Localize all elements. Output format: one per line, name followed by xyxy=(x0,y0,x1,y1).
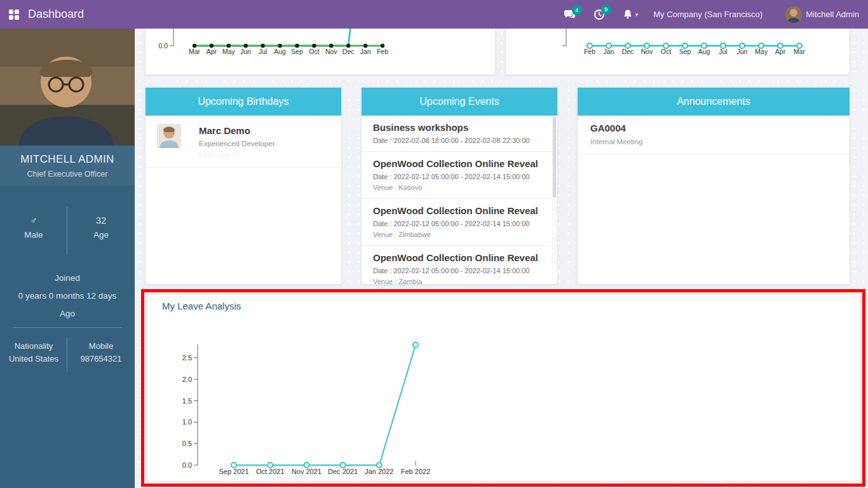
nationality-value: United States xyxy=(0,353,67,365)
svg-text:Sep: Sep xyxy=(291,48,303,55)
svg-text:Feb 2022: Feb 2022 xyxy=(401,468,430,475)
card-title: Upcoming Events xyxy=(362,88,557,116)
gender-age-row: ♂ Male 32 Age xyxy=(0,213,135,242)
chevron-down-icon: ▾ xyxy=(635,11,639,18)
event-list-item: OpenWood Collection Online Reveal Date :… xyxy=(362,152,557,199)
svg-text:Dec: Dec xyxy=(342,48,355,55)
svg-text:Aug: Aug xyxy=(274,48,286,55)
user-avatar xyxy=(785,6,802,23)
scrollbar-track xyxy=(552,116,557,284)
birthday-role: Experienced Developer xyxy=(199,140,275,147)
announcement-code: GA0004 xyxy=(590,123,837,133)
svg-text:May: May xyxy=(222,48,236,55)
top-navbar: Dashboard 4 9 ▾ My Company (San Francisc… xyxy=(0,0,868,29)
svg-text:0.0: 0.0 xyxy=(158,42,168,50)
svg-text:Jun: Jun xyxy=(240,48,251,55)
mobile-value: 987654321 xyxy=(67,353,135,365)
company-switcher[interactable]: My Company (San Francisco) xyxy=(653,10,763,19)
svg-text:Nov 2021: Nov 2021 xyxy=(292,468,322,475)
mobile-label: Mobile xyxy=(67,340,135,353)
svg-text:1.0: 1.0 xyxy=(182,418,192,426)
svg-text:Jul: Jul xyxy=(259,48,267,55)
leave-analysis-title: My Leave Analysis xyxy=(162,301,241,311)
svg-text:Apr: Apr xyxy=(207,48,217,55)
svg-text:2.5: 2.5 xyxy=(182,354,192,362)
joined-block: Joined 0 years 0 months 12 days Ago xyxy=(0,265,135,318)
bell-icon xyxy=(623,9,633,20)
event-date: Date : 2022-02-12 05:00:00 - 2022-02-14 … xyxy=(373,267,545,274)
employee-name: MITCHELL ADMIN xyxy=(0,153,135,166)
announcements-card: Announcements GA0004 Internal Meeting xyxy=(577,87,850,285)
event-list-item: Business workshops Date : 2022-02-08 18:… xyxy=(362,116,557,152)
birthdays-list: Marc Demo Experienced Developer February… xyxy=(146,116,341,284)
divider xyxy=(67,207,67,255)
highlight-rectangle: My Leave Analysis 0.00.51.01.52.02.5Sep … xyxy=(141,289,865,487)
grid-square xyxy=(9,15,13,20)
event-list-item: OpenWood Collection Online Reveal Date :… xyxy=(362,246,557,284)
messages-badge: 4 xyxy=(572,5,582,15)
event-venue: Venue : Kosovo xyxy=(373,184,545,191)
joined-suffix: Ago xyxy=(0,309,135,318)
messages-button[interactable]: 4 xyxy=(564,10,576,20)
svg-text:Jan 2022: Jan 2022 xyxy=(365,468,393,475)
gender-icon: ♂ xyxy=(0,213,67,228)
nationality-mobile-row: Nationality United States Mobile 9876543… xyxy=(0,340,135,365)
employee-profile-panel: MITCHELL ADMIN Chief Executive Officer ♂… xyxy=(0,29,135,488)
birthday-name: Marc Demo xyxy=(199,125,275,136)
upcoming-birthdays-card: Upcoming Birthdays Marc Demo Experienced… xyxy=(145,87,342,285)
svg-text:1.5: 1.5 xyxy=(182,397,192,405)
app-title[interactable]: Dashboard xyxy=(28,8,84,21)
svg-text:Nov: Nov xyxy=(325,48,337,55)
svg-text:Dec 2021: Dec 2021 xyxy=(328,468,358,475)
grid-square xyxy=(15,15,19,20)
activities-button[interactable]: 9 xyxy=(593,9,605,20)
grid-square xyxy=(9,10,13,14)
divider xyxy=(67,337,67,372)
employee-role: Chief Executive Officer xyxy=(0,170,135,179)
event-name: OpenWood Collection Online Reveal xyxy=(373,158,545,169)
employee-name-band: MITCHELL ADMIN Chief Executive Officer xyxy=(0,146,135,186)
joined-label: Joined xyxy=(0,273,135,283)
birthday-date: February 20 xyxy=(199,151,275,159)
event-name: OpenWood Collection Online Reveal xyxy=(373,205,545,216)
svg-text:Feb: Feb xyxy=(377,48,388,55)
scrollbar-thumb[interactable] xyxy=(553,116,556,198)
my-leave-analysis-card: My Leave Analysis 0.00.51.01.52.02.5Sep … xyxy=(146,294,860,482)
svg-text:0.5: 0.5 xyxy=(182,440,192,447)
svg-text:Sep 2021: Sep 2021 xyxy=(219,468,248,475)
svg-text:Oct: Oct xyxy=(309,48,319,55)
upcoming-events-card: Upcoming Events Business workshops Date … xyxy=(361,87,558,285)
divider xyxy=(13,327,122,328)
event-date: Date : 2022-02-12 05:00:00 - 2022-02-14 … xyxy=(373,220,545,227)
event-date: Date : 2022-02-12 05:00:00 - 2022-02-14 … xyxy=(373,173,545,180)
nationality-label: Nationality xyxy=(0,340,67,353)
apps-grid-icon[interactable] xyxy=(9,10,19,20)
grid-square xyxy=(15,10,19,14)
birthday-list-item: Marc Demo Experienced Developer February… xyxy=(146,116,341,168)
event-name: Business workshops xyxy=(373,122,545,133)
svg-text:Mar: Mar xyxy=(189,48,201,55)
announcement-list-item: GA0004 Internal Meeting xyxy=(578,116,850,154)
event-date: Date : 2022-02-08 18:00:00 - 2022-02-08 … xyxy=(373,137,545,144)
user-menu[interactable]: Mitchell Admin xyxy=(785,6,859,23)
announcements-list: GA0004 Internal Meeting xyxy=(578,116,850,284)
event-name: OpenWood Collection Online Reveal xyxy=(373,252,545,263)
event-venue: Venue : Zimbabwe xyxy=(373,231,545,238)
leave-analysis-line-chart: 0.00.51.01.52.02.5Sep 2021Oct 2021Nov 20… xyxy=(147,295,860,482)
event-list-item: OpenWood Collection Online Reveal Date :… xyxy=(362,199,557,246)
age-label: Age xyxy=(67,228,135,242)
user-name: Mitchell Admin xyxy=(806,10,859,19)
joined-duration: 0 years 0 months 12 days xyxy=(0,291,135,301)
events-list: Business workshops Date : 2022-02-08 18:… xyxy=(362,116,557,284)
employee-avatar xyxy=(157,124,181,148)
gender-value: Male xyxy=(0,228,67,242)
svg-text:0.0: 0.0 xyxy=(182,461,192,469)
notifications-button[interactable]: ▾ xyxy=(623,9,639,20)
svg-text:Jan: Jan xyxy=(360,48,371,55)
announcement-desc: Internal Meeting xyxy=(590,138,837,146)
svg-text:Oct 2021: Oct 2021 xyxy=(256,468,285,475)
card-title: Announcements xyxy=(578,88,850,116)
employee-photo xyxy=(0,29,135,146)
age-value: 32 xyxy=(67,213,135,228)
svg-text:2.0: 2.0 xyxy=(182,376,192,383)
